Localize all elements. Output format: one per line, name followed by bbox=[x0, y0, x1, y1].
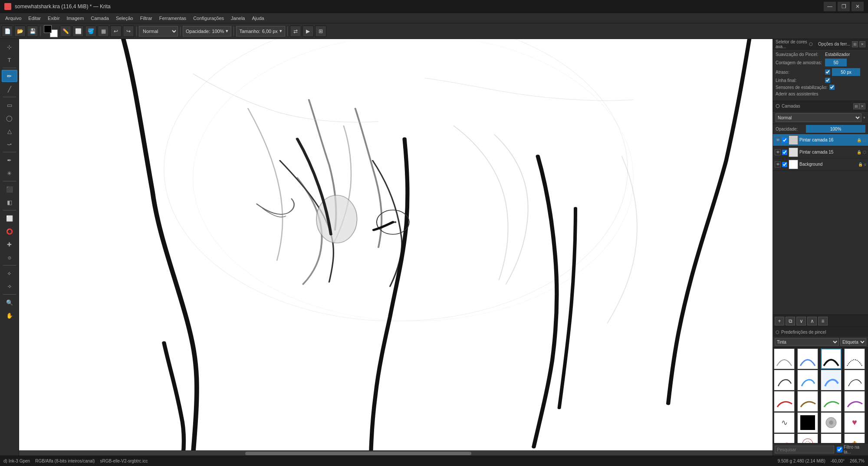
canvas-scrollbar[interactable] bbox=[19, 450, 773, 456]
brush-preset-16[interactable]: ♥ bbox=[844, 412, 865, 433]
stabilize-sensors-checkbox[interactable] bbox=[829, 85, 835, 90]
tool-polyline[interactable]: ⤻ bbox=[2, 138, 17, 150]
tool-smart-patch[interactable]: ✳ bbox=[2, 167, 17, 179]
brush-tag-select[interactable]: Etiqueta bbox=[840, 338, 866, 346]
brush-preset-14[interactable] bbox=[797, 412, 818, 433]
tool-select-rect[interactable]: ⬜ bbox=[2, 212, 17, 224]
layers-opacity-bar[interactable]: 100% bbox=[806, 125, 865, 133]
brush-preset-12[interactable] bbox=[844, 391, 865, 412]
canvas-container[interactable] bbox=[19, 39, 773, 456]
move-up-btn[interactable]: ∧ bbox=[807, 317, 817, 325]
menu-janela[interactable]: Janela bbox=[227, 13, 248, 23]
brush-type-select[interactable]: Tinta bbox=[775, 338, 839, 346]
brush-preset-1[interactable] bbox=[774, 348, 795, 369]
gradient-tool-btn[interactable]: ▦ bbox=[98, 26, 109, 37]
menu-ajuda[interactable]: Ajuda bbox=[248, 13, 267, 23]
brush-search-input[interactable] bbox=[775, 446, 834, 453]
menu-camada[interactable]: Camada bbox=[87, 13, 112, 23]
layer-check-16[interactable] bbox=[782, 138, 787, 143]
opacity-chevron-icon[interactable]: ▾ bbox=[226, 28, 228, 34]
layer-eye-15[interactable]: 👁 bbox=[775, 149, 781, 155]
foreground-color[interactable] bbox=[44, 25, 52, 33]
tool-select-path[interactable]: ⟡ bbox=[2, 267, 17, 279]
brush-preset-18[interactable] bbox=[797, 433, 818, 443]
brush-preset-3[interactable] bbox=[821, 348, 842, 369]
tool-rect[interactable]: ▭ bbox=[2, 99, 17, 111]
redo-btn[interactable]: ↪ bbox=[123, 26, 134, 37]
menu-editar[interactable]: Editar bbox=[25, 13, 44, 23]
size-chevron-icon[interactable]: ▾ bbox=[279, 28, 282, 34]
brush-preset-11[interactable] bbox=[821, 391, 842, 412]
layers-blend-select[interactable]: Normal bbox=[776, 113, 861, 122]
blend-mode-select[interactable]: Normal bbox=[139, 26, 178, 36]
tool-transform[interactable]: ⊹ bbox=[2, 41, 17, 53]
opacity-control[interactable]: Opacidade: 100% ▾ bbox=[183, 26, 231, 36]
menu-imagem[interactable]: Imagem bbox=[63, 13, 88, 23]
tool-select-cont[interactable]: ⟢ bbox=[2, 280, 17, 292]
canvas-scrollbar-thumb[interactable] bbox=[245, 452, 471, 455]
brush-preset-4[interactable] bbox=[844, 348, 865, 369]
tool-fill[interactable]: ⬛ bbox=[2, 183, 17, 195]
tool-gradient[interactable]: ◧ bbox=[2, 196, 17, 208]
brush-preset-7[interactable] bbox=[821, 370, 842, 391]
restore-button[interactable]: ❐ bbox=[838, 2, 850, 11]
brush-preset-20[interactable]: ❖ bbox=[844, 433, 865, 443]
close-button[interactable]: ✕ bbox=[852, 2, 864, 11]
undo-btn[interactable]: ↩ bbox=[110, 26, 122, 37]
layer-eye-16[interactable]: 👁 bbox=[775, 137, 781, 143]
eraser-tool-btn[interactable]: ⬜ bbox=[72, 26, 84, 37]
menu-selecao[interactable]: Seleção bbox=[112, 13, 137, 23]
brush-preset-5[interactable] bbox=[774, 370, 795, 391]
fill-tool-btn[interactable]: 🪣 bbox=[85, 26, 96, 37]
sample-count-input[interactable] bbox=[825, 59, 847, 66]
add-layer-btn[interactable]: + bbox=[775, 317, 784, 325]
tool-pan[interactable]: ✋ bbox=[2, 309, 17, 322]
brush-preset-13[interactable]: ∿ bbox=[774, 412, 795, 433]
brush-preset-6[interactable] bbox=[797, 370, 818, 391]
menu-filtrar[interactable]: Filtrar bbox=[137, 13, 156, 23]
tool-text[interactable]: T bbox=[2, 54, 17, 66]
color-swatches[interactable] bbox=[44, 25, 58, 37]
brush-preset-9[interactable] bbox=[774, 391, 795, 412]
layer-item-15[interactable]: 👁 Pintar camada 15 🔒 ⬡ bbox=[773, 146, 868, 158]
float-panel-btn[interactable]: ⊞ bbox=[852, 41, 858, 47]
size-control[interactable]: Tamanho: 6,00 px ▾ bbox=[236, 26, 285, 36]
close-panel-btn[interactable]: ✕ bbox=[859, 41, 865, 47]
brush-preset-15[interactable] bbox=[821, 412, 842, 433]
new-button[interactable]: 📄 bbox=[2, 26, 13, 37]
tool-polygon[interactable]: △ bbox=[2, 125, 17, 137]
menu-ferramentas[interactable]: Ferramentas bbox=[156, 13, 190, 23]
align-btn[interactable]: ⊞ bbox=[315, 26, 326, 37]
menu-configuracoes[interactable]: Configurações bbox=[190, 13, 227, 23]
brush-preset-10[interactable] bbox=[797, 391, 818, 412]
layer-check-15[interactable] bbox=[782, 150, 787, 155]
brush-preset-17[interactable] bbox=[774, 433, 795, 443]
move-down-btn[interactable]: ∨ bbox=[796, 317, 806, 325]
play-btn[interactable]: ▶ bbox=[302, 26, 314, 37]
tool-ellipse[interactable]: ◯ bbox=[2, 112, 17, 124]
tool-move[interactable]: ✚ bbox=[2, 238, 17, 250]
brush-preset-2[interactable] bbox=[797, 348, 818, 369]
open-button[interactable]: 📂 bbox=[14, 26, 26, 37]
delay-input[interactable] bbox=[832, 68, 860, 76]
more-layer-opts-btn[interactable]: ≡ bbox=[818, 317, 828, 325]
tool-calligraphy[interactable]: ✒ bbox=[2, 154, 17, 166]
delay-checkbox[interactable] bbox=[825, 69, 830, 75]
layer-item-bg[interactable]: 👁 Background 🔒 α bbox=[773, 158, 868, 171]
layer-item-16[interactable]: 👁 Pintar camada 16 🔒 ⬡ bbox=[773, 134, 868, 146]
tool-select-ellipse[interactable]: ⭕ bbox=[2, 225, 17, 237]
layer-check-bg[interactable] bbox=[782, 162, 787, 167]
tool-brush[interactable]: ✏ bbox=[2, 70, 17, 82]
brush-preset-8[interactable] bbox=[844, 370, 865, 391]
layers-close-btn[interactable]: ✕ bbox=[859, 103, 865, 109]
tool-warp[interactable]: ⌾ bbox=[2, 251, 17, 263]
save-button[interactable]: 💾 bbox=[27, 26, 38, 37]
layers-float-btn[interactable]: ⊞ bbox=[853, 103, 859, 109]
copy-layer-btn[interactable]: ⧉ bbox=[786, 317, 795, 325]
tool-line[interactable]: ╱ bbox=[2, 83, 17, 95]
final-line-checkbox[interactable] bbox=[825, 78, 830, 83]
minimize-button[interactable]: — bbox=[824, 2, 836, 11]
layer-eye-bg[interactable]: 👁 bbox=[775, 161, 781, 167]
mirror-h-btn[interactable]: ⇄ bbox=[290, 26, 301, 37]
menu-exibir[interactable]: Exibir bbox=[44, 13, 63, 23]
